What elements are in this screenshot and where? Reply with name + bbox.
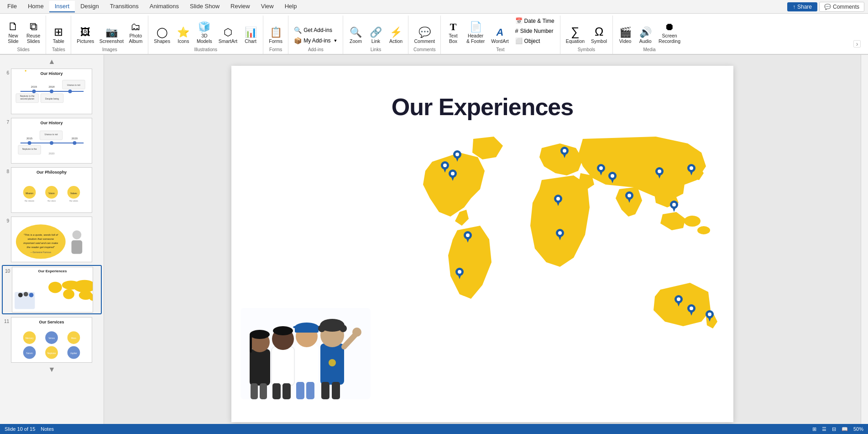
- ribbon-group-media: 🎬 Video 🔊 Audio ⏺ ScreenRecording Media: [613, 16, 686, 54]
- svg-point-135: [318, 325, 325, 332]
- chart-button[interactable]: 📊 Chart: [241, 26, 260, 45]
- header-footer-label: Header& Footer: [466, 33, 485, 44]
- ribbon-group-slides: 🗋 NewSlide ⧉ ReuseSlides Slides: [1, 16, 46, 54]
- pictures-icon: 🖼: [80, 27, 90, 37]
- tab-file[interactable]: File: [2, 1, 22, 12]
- svg-point-110: [690, 307, 693, 310]
- svg-point-4: [50, 90, 53, 93]
- tab-help[interactable]: Help: [279, 1, 303, 12]
- slide-title: Our Experiences: [231, 93, 733, 121]
- canvas-area[interactable]: Our Experiences: [104, 55, 861, 433]
- zoom-button[interactable]: 🔍 Zoom: [346, 26, 365, 45]
- reuse-slides-button[interactable]: ⧉ ReuseSlides: [24, 20, 43, 45]
- slide-thumb-8[interactable]: 8 Our Philosophy Mission Vision Values O…: [2, 166, 102, 214]
- object-button[interactable]: ⬜ Object: [512, 37, 557, 45]
- photo-album-button[interactable]: 🗂 PhotoAlbum: [126, 21, 145, 45]
- slide-thumb-11[interactable]: 11 Our Services Mercury Venus Mars Satur…: [2, 316, 102, 364]
- forms-button[interactable]: 📋 Forms: [266, 26, 285, 45]
- svg-rect-114: [250, 349, 270, 386]
- my-addins-button[interactable]: 📦 My Add-ins ▼: [291, 36, 340, 45]
- equation-icon: ∑: [571, 26, 580, 37]
- equation-button[interactable]: ∑ Equation: [563, 25, 587, 45]
- slide-img-9: "This is a quote, words full of wisdom t…: [11, 217, 92, 262]
- new-slide-button[interactable]: 🗋 NewSlide: [4, 20, 23, 45]
- icons-button[interactable]: ⭐ Icons: [174, 26, 193, 45]
- svg-rect-138: [321, 382, 329, 399]
- ribbon-group-text: T TextBox 📄 Header& Footer A WordArt 📅 D…: [441, 16, 560, 54]
- comment-icon: 💬: [418, 27, 431, 37]
- my-addins-label: My Add-ins: [303, 37, 330, 44]
- scroll-down-arrow[interactable]: ▼: [2, 365, 102, 374]
- svg-text:Despite being: Despite being: [45, 98, 59, 100]
- tab-review[interactable]: Review: [225, 1, 256, 12]
- wordart-label: WordArt: [491, 38, 508, 44]
- table-button[interactable]: ⊞ Table: [49, 26, 68, 45]
- comments-button[interactable]: 💬 Comments: [819, 2, 864, 12]
- slide-thumb-6[interactable]: 6 Our History 2015 2018 2020 Neptune is …: [2, 68, 102, 115]
- notes-button[interactable]: Notes: [41, 426, 54, 432]
- slide-thumb-10[interactable]: 10 Our Experiences: [2, 265, 102, 314]
- view-normal-button[interactable]: ⊞: [812, 426, 816, 432]
- top-right-actions: ↑ Share 💬 Comments: [784, 0, 868, 14]
- text-box-button[interactable]: T TextBox: [444, 21, 463, 45]
- date-time-button[interactable]: 📅 Date & Time: [512, 16, 557, 25]
- tab-home[interactable]: Home: [22, 1, 49, 12]
- get-addins-button[interactable]: 🔍 Get Add-ins: [291, 26, 340, 35]
- zoom-label: Zoom: [350, 38, 362, 44]
- date-time-icon: 📅: [515, 17, 523, 24]
- tab-insert[interactable]: Insert: [49, 1, 75, 12]
- view-sorter-button[interactable]: ⊟: [832, 426, 836, 432]
- svg-text:2015: 2015: [31, 85, 37, 88]
- reuse-slides-icon: ⧉: [30, 21, 37, 32]
- collapse-ribbon-arrow[interactable]: ›: [853, 40, 861, 48]
- symbol-button[interactable]: Ω Symbol: [588, 25, 610, 45]
- tab-transitions[interactable]: Transitions: [105, 1, 144, 12]
- slide-number-button[interactable]: # Slide Number: [512, 26, 557, 35]
- video-button[interactable]: 🎬 Video: [616, 26, 635, 45]
- share-button[interactable]: ↑ Share: [787, 2, 817, 11]
- svg-text:Neptune is the: Neptune is the: [20, 95, 35, 97]
- view-outline-button[interactable]: ☰: [822, 426, 826, 432]
- slide-number-icon: #: [515, 27, 518, 34]
- symbol-icon: Ω: [595, 26, 603, 37]
- tab-design[interactable]: Design: [75, 1, 104, 12]
- pictures-button[interactable]: 🖼 Pictures: [74, 26, 97, 45]
- action-button[interactable]: ⚡ Action: [386, 26, 405, 45]
- svg-point-108: [677, 297, 680, 301]
- svg-point-141: [352, 328, 361, 337]
- slide-thumb-9[interactable]: 9 "This is a quote, words full of wisdom…: [2, 216, 102, 263]
- slide-count-label: Slide 10 of 15: [5, 426, 35, 432]
- svg-text:Mission: Mission: [26, 192, 33, 195]
- slide-num-7: 7: [3, 118, 9, 125]
- screen-recording-button[interactable]: ⏺ ScreenRecording: [656, 21, 683, 45]
- svg-text:Our values: Our values: [69, 200, 78, 202]
- audio-button[interactable]: 🔊 Audio: [636, 26, 655, 45]
- screenshot-button[interactable]: 📷 Screenshot: [98, 26, 125, 45]
- tab-bar: File Home Insert Design Transitions Anim…: [0, 0, 868, 14]
- tab-view[interactable]: View: [256, 1, 279, 12]
- tab-slideshow[interactable]: Slide Show: [184, 1, 225, 12]
- my-addins-dropdown-icon: ▼: [334, 38, 338, 43]
- comment-button[interactable]: 💬 Comment: [411, 26, 438, 45]
- 3d-models-button[interactable]: 🧊 3DModels: [194, 21, 215, 45]
- smartart-button[interactable]: ⬡ SmartArt: [216, 26, 240, 45]
- chart-label: Chart: [245, 38, 256, 44]
- header-footer-button[interactable]: 📄 Header& Footer: [464, 21, 487, 45]
- shapes-button[interactable]: ◯ Shapes: [151, 26, 173, 45]
- scroll-up-arrow[interactable]: ▲: [2, 58, 102, 66]
- wordart-button[interactable]: A WordArt: [488, 26, 511, 45]
- forms-group-label: Forms: [269, 46, 282, 52]
- svg-rect-119: [260, 383, 267, 399]
- tab-animations[interactable]: Animations: [144, 1, 184, 12]
- chart-icon: 📊: [245, 27, 257, 37]
- svg-point-22: [73, 141, 76, 145]
- link-button[interactable]: 🔗 Link: [366, 26, 385, 45]
- text-box-label: TextBox: [449, 33, 457, 44]
- svg-rect-131: [306, 382, 314, 399]
- view-reading-button[interactable]: 📖: [842, 426, 848, 432]
- screenshot-label: Screenshot: [99, 38, 124, 44]
- svg-point-3: [32, 90, 36, 93]
- slide-thumb-7[interactable]: 7 Our History 2015 2018 2020 Neptune is …: [2, 117, 102, 164]
- comments-label: Comments: [833, 4, 859, 10]
- comment-label: Comment: [414, 38, 435, 44]
